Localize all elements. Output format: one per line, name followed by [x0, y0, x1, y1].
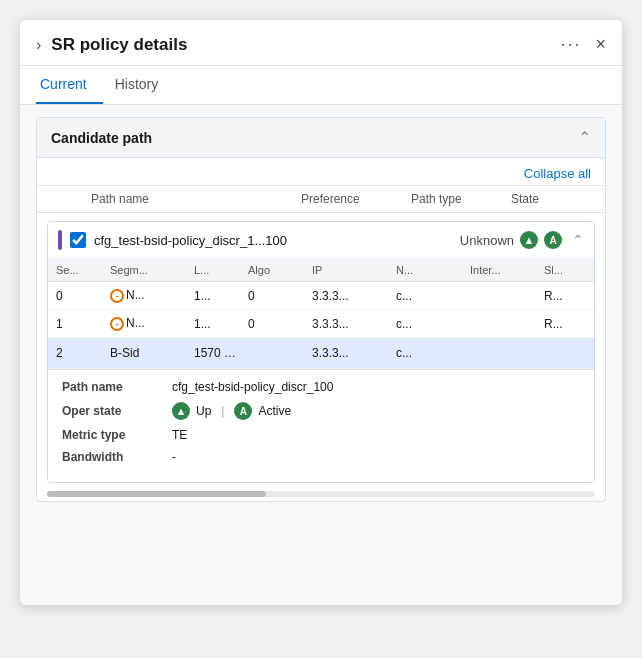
cell-seq-0: 0 — [56, 289, 106, 303]
cell-seq-2: 2 — [56, 346, 106, 360]
cell-n-2: c... — [396, 346, 466, 360]
scrollbar-thumb — [47, 491, 266, 497]
detail-metric-type-row: Metric type TE — [62, 428, 580, 442]
inner-col-seq: Se... — [56, 264, 106, 276]
detail-path-name-value: cfg_test-bsid-policy_discr_100 — [172, 380, 333, 394]
inner-col-n: N... — [396, 264, 466, 276]
horizontal-scrollbar[interactable] — [47, 491, 595, 497]
candidate-status: Unknown ▲ A — [460, 231, 562, 249]
inner-col-l: L... — [194, 264, 244, 276]
table-row[interactable]: 2 B-Sid 1570 15700 3.3.3... c... — [48, 338, 594, 369]
panel-title: SR policy details — [51, 35, 560, 55]
cell-segment-2: B-Sid — [110, 346, 190, 360]
detail-bandwidth-row: Bandwidth - — [62, 450, 580, 464]
detail-oper-state-row: Oper state ▲ Up | A Active — [62, 402, 580, 420]
detail-metric-type-value: TE — [172, 428, 187, 442]
inner-col-algo: Algo — [248, 264, 308, 276]
candidate-name: cfg_test-bsid-policy_discr_1...100 — [94, 233, 460, 248]
cell-algo-0: 0 — [248, 289, 308, 303]
details-section: Path name cfg_test-bsid-policy_discr_100… — [48, 369, 594, 482]
inner-col-ip: IP — [312, 264, 392, 276]
col-header-path-name: Path name — [91, 192, 301, 206]
cell-ip-2: 3.3.3... — [312, 346, 392, 360]
oper-active-text: Active — [258, 404, 291, 418]
tab-history[interactable]: History — [111, 66, 175, 104]
cell-n-0: c... — [396, 289, 466, 303]
detail-oper-state-value: ▲ Up | A Active — [172, 402, 291, 420]
detail-bandwidth-value: - — [172, 450, 176, 464]
collapse-all-button[interactable]: Collapse all — [524, 166, 591, 181]
detail-bandwidth-label: Bandwidth — [62, 450, 162, 464]
col-header-state: State — [511, 192, 591, 206]
inner-col-inter: Inter... — [470, 264, 540, 276]
section-header: Candidate path ⌃ — [37, 118, 605, 158]
oper-up-icon: ▲ — [172, 402, 190, 420]
col-header-preference: Preference — [301, 192, 411, 206]
oper-up-text: Up — [196, 404, 211, 418]
detail-metric-type-label: Metric type — [62, 428, 162, 442]
cell-l-2: 1570 15700 — [194, 344, 244, 362]
panel-body: Candidate path ⌃ Collapse all Path name … — [20, 105, 622, 605]
back-arrow-icon[interactable]: › — [36, 36, 41, 54]
cell-segment-0: -N... — [110, 288, 190, 303]
cell-sl-0: R... — [544, 289, 595, 303]
cell-ip-0: 3.3.3... — [312, 289, 392, 303]
oper-active-icon: A — [234, 402, 252, 420]
candidate-path-section: Candidate path ⌃ Collapse all Path name … — [36, 117, 606, 502]
more-menu-icon[interactable]: ··· — [560, 34, 581, 55]
cell-segment-1: -N... — [110, 316, 190, 331]
inner-table-header: Se... Segm... L... Algo IP N... Inter...… — [48, 259, 594, 282]
seg-status-icon-1: - — [110, 317, 124, 331]
col-header-path-type: Path type — [411, 192, 511, 206]
color-bar — [58, 230, 62, 250]
seg-status-icon-0: - — [110, 289, 124, 303]
candidate-checkbox[interactable] — [70, 232, 86, 248]
candidate-row-header: cfg_test-bsid-policy_discr_1...100 Unkno… — [48, 222, 594, 259]
cell-n-1: c... — [396, 317, 466, 331]
tab-bar: Current History — [20, 66, 622, 105]
section-toolbar: Collapse all — [37, 158, 605, 186]
tab-current[interactable]: Current — [36, 66, 103, 104]
candidate-row-toggle-icon[interactable]: ⌃ — [572, 232, 584, 248]
table-header: Path name Preference Path type State — [37, 186, 605, 213]
table-row[interactable]: 1 -N... 1... 0 3.3.3... c... R... — [48, 310, 594, 338]
cell-ip-1: 3.3.3... — [312, 317, 392, 331]
inner-col-segment: Segm... — [110, 264, 190, 276]
cell-l-value: 1570 — [194, 346, 221, 360]
tooltip-l-value: 15700 — [224, 344, 244, 362]
status-up-icon: ▲ — [520, 231, 538, 249]
cell-l-0: 1... — [194, 289, 244, 303]
cell-algo-1: 0 — [248, 317, 308, 331]
status-unknown-text: Unknown — [460, 233, 514, 248]
inner-table: Se... Segm... L... Algo IP N... Inter...… — [48, 259, 594, 369]
status-active-icon: A — [544, 231, 562, 249]
detail-path-name-row: Path name cfg_test-bsid-policy_discr_100 — [62, 380, 580, 394]
detail-oper-state-label: Oper state — [62, 404, 162, 418]
separator: | — [221, 404, 224, 418]
section-title: Candidate path — [51, 130, 152, 146]
col-header-empty — [51, 192, 91, 206]
cell-seq-1: 1 — [56, 317, 106, 331]
sr-policy-panel: › SR policy details ··· × Current Histor… — [20, 20, 622, 605]
table-row[interactable]: 0 -N... 1... 0 3.3.3... c... R... — [48, 282, 594, 310]
cell-sl-1: R... — [544, 317, 595, 331]
panel-header: › SR policy details ··· × — [20, 20, 622, 66]
close-icon[interactable]: × — [595, 34, 606, 55]
cell-l-1: 1... — [194, 317, 244, 331]
inner-col-sl: Sl... — [544, 264, 595, 276]
candidate-row: cfg_test-bsid-policy_discr_1...100 Unkno… — [47, 221, 595, 483]
detail-path-name-label: Path name — [62, 380, 162, 394]
section-collapse-icon[interactable]: ⌃ — [578, 128, 591, 147]
